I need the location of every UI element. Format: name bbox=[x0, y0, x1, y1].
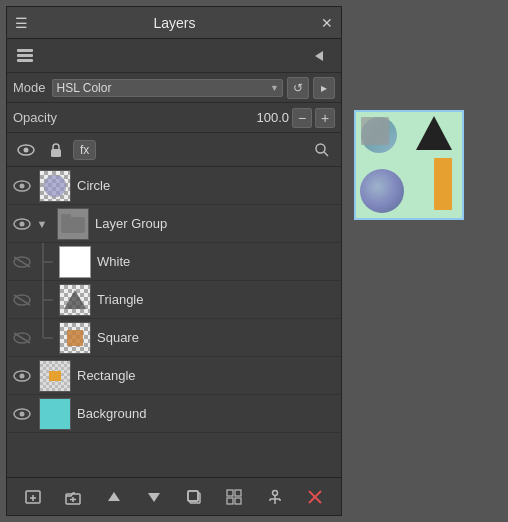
panel-close-icon[interactable]: ✕ bbox=[321, 15, 333, 31]
opacity-value: 100.0 bbox=[63, 110, 289, 125]
new-layer-btn[interactable] bbox=[19, 483, 47, 511]
layer-item[interactable]: ▼ Layer Group bbox=[7, 205, 341, 243]
svg-point-54 bbox=[272, 490, 277, 495]
mode-select[interactable]: HSL Color Normal Multiply Screen bbox=[52, 79, 283, 97]
layer-visibility-toggle[interactable] bbox=[11, 327, 33, 349]
mode-row: Mode HSL Color Normal Multiply Screen ↺ … bbox=[7, 73, 341, 103]
layer-thumbnail bbox=[59, 322, 91, 354]
delete-btn[interactable] bbox=[301, 483, 329, 511]
svg-point-38 bbox=[20, 411, 25, 416]
svg-rect-52 bbox=[227, 498, 233, 504]
layer-item[interactable]: Rectangle bbox=[7, 357, 341, 395]
lock-filter-icon[interactable] bbox=[43, 137, 69, 163]
layer-thumbnail bbox=[39, 170, 71, 202]
layer-name: White bbox=[97, 254, 337, 269]
svg-point-5 bbox=[24, 147, 29, 152]
filter-row: fx bbox=[7, 133, 341, 167]
svg-point-13 bbox=[20, 221, 25, 226]
layer-visibility-toggle[interactable] bbox=[11, 213, 33, 235]
svg-marker-61 bbox=[416, 116, 452, 150]
preview-content bbox=[356, 112, 462, 218]
layer-thumbnail bbox=[57, 208, 89, 240]
svg-marker-46 bbox=[148, 493, 160, 502]
svg-rect-6 bbox=[51, 149, 61, 157]
layer-visibility-toggle[interactable] bbox=[11, 251, 33, 273]
layers-list: Circle ▼ Layer Group bbox=[7, 167, 341, 477]
svg-rect-48 bbox=[188, 491, 198, 501]
layer-thumbnail bbox=[59, 284, 91, 316]
layers-panel: ☰ Layers ✕ Mode HSL Color Normal Multipl… bbox=[6, 6, 342, 516]
search-icon[interactable] bbox=[309, 137, 335, 163]
layer-item[interactable]: Background bbox=[7, 395, 341, 433]
panel-header: ☰ Layers ✕ bbox=[7, 7, 341, 39]
opacity-increase-btn[interactable]: + bbox=[315, 108, 335, 128]
fx-filter-btn[interactable]: fx bbox=[73, 140, 96, 160]
stack-icon[interactable] bbox=[13, 44, 37, 68]
svg-marker-45 bbox=[108, 492, 120, 501]
layer-name: Rectangle bbox=[77, 368, 337, 383]
layer-visibility-toggle[interactable] bbox=[11, 365, 33, 387]
layer-thumbnail bbox=[59, 246, 91, 278]
opacity-label: Opacity bbox=[13, 110, 57, 125]
layer-name: Circle bbox=[77, 178, 337, 193]
visibility-filter-icon[interactable] bbox=[13, 137, 39, 163]
move-down-btn[interactable] bbox=[140, 483, 168, 511]
opacity-row: Opacity 100.0 − + bbox=[7, 103, 341, 133]
mode-select-wrap: HSL Color Normal Multiply Screen bbox=[52, 79, 283, 97]
layer-thumbnail bbox=[39, 360, 71, 392]
layer-item[interactable]: Circle bbox=[7, 167, 341, 205]
layer-expand-toggle[interactable]: ▼ bbox=[33, 213, 51, 235]
layer-name: Background bbox=[77, 406, 337, 421]
layer-name: Layer Group bbox=[95, 216, 337, 231]
layer-name: Square bbox=[97, 330, 337, 345]
mode-extra-btn[interactable]: ▸ bbox=[313, 77, 335, 99]
opacity-decrease-btn[interactable]: − bbox=[292, 108, 312, 128]
panel-title: Layers bbox=[28, 15, 321, 31]
panel-menu-icon[interactable]: ☰ bbox=[15, 15, 28, 31]
svg-marker-24 bbox=[64, 290, 86, 309]
svg-rect-14 bbox=[61, 217, 85, 233]
svg-rect-51 bbox=[235, 490, 241, 496]
svg-point-7 bbox=[316, 144, 325, 153]
svg-point-31 bbox=[20, 373, 25, 378]
view-toolbar bbox=[7, 39, 341, 73]
collapse-icon[interactable] bbox=[307, 44, 331, 68]
svg-rect-15 bbox=[61, 214, 71, 219]
move-up-btn[interactable] bbox=[100, 483, 128, 511]
svg-point-11 bbox=[44, 175, 66, 197]
merge-btn[interactable] bbox=[220, 483, 248, 511]
duplicate-btn[interactable] bbox=[180, 483, 208, 511]
svg-rect-1 bbox=[17, 54, 33, 57]
svg-rect-0 bbox=[17, 49, 33, 52]
mode-label: Mode bbox=[13, 80, 46, 95]
svg-rect-53 bbox=[235, 498, 241, 504]
svg-rect-29 bbox=[67, 330, 83, 346]
svg-line-8 bbox=[324, 152, 328, 156]
layer-visibility-toggle[interactable] bbox=[11, 289, 33, 311]
svg-rect-36 bbox=[49, 371, 61, 381]
svg-rect-50 bbox=[227, 490, 233, 496]
layer-visibility-toggle[interactable] bbox=[11, 175, 33, 197]
bottom-toolbar bbox=[7, 477, 341, 515]
new-group-btn[interactable] bbox=[59, 483, 87, 511]
layer-name: Triangle bbox=[97, 292, 337, 307]
layer-item[interactable]: Triangle bbox=[7, 281, 341, 319]
svg-point-10 bbox=[20, 183, 25, 188]
svg-rect-2 bbox=[17, 59, 33, 62]
layer-preview bbox=[354, 110, 464, 220]
layer-item[interactable]: White bbox=[7, 243, 341, 281]
layer-item[interactable]: Square bbox=[7, 319, 341, 357]
svg-marker-3 bbox=[315, 51, 323, 61]
layer-visibility-toggle[interactable] bbox=[11, 403, 33, 425]
anchor-btn[interactable] bbox=[261, 483, 289, 511]
mode-reset-btn[interactable]: ↺ bbox=[287, 77, 309, 99]
layer-thumbnail bbox=[39, 398, 71, 430]
